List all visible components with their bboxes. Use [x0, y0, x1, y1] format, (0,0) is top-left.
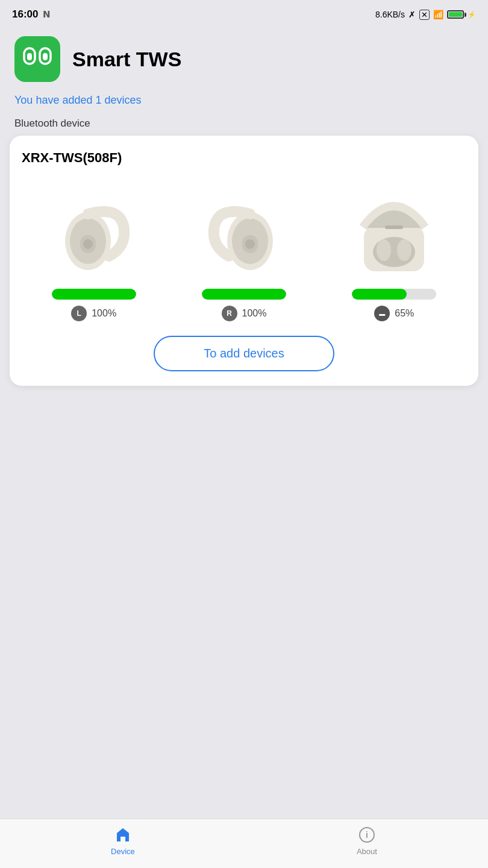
- tab-device[interactable]: Device: [111, 825, 135, 856]
- content-spacer: [0, 386, 488, 819]
- case-badge: ▬: [374, 306, 390, 321]
- tab-about-label: About: [357, 847, 377, 856]
- svg-rect-16: [385, 225, 403, 229]
- svg-point-15: [397, 239, 411, 261]
- svg-point-7: [83, 239, 93, 249]
- bluetooth-icon: ✗: [408, 10, 416, 19]
- right-earbud-label: R 100%: [222, 306, 267, 321]
- status-bar: 16:00 𝗡 8.6KB/s ✗ ✕ 📶 ⚡: [0, 0, 488, 27]
- svg-point-11: [245, 239, 255, 249]
- about-tab-icon: i: [357, 825, 377, 844]
- case-image: [343, 178, 445, 280]
- right-earbud-image: [193, 178, 295, 280]
- svg-rect-2: [27, 53, 32, 60]
- case-item: ▬ 65%: [322, 178, 466, 321]
- left-earbud-label: L 100%: [71, 306, 116, 321]
- case-label: ▬ 65%: [374, 306, 414, 321]
- app-logo-icon: [22, 43, 53, 75]
- case-battery-bar-fill: [352, 289, 407, 300]
- right-earbud-item: R 100%: [172, 178, 316, 321]
- left-battery-bar-fill: [52, 289, 136, 300]
- app-icon: [14, 36, 60, 82]
- device-count-text: You have added 1 devices: [0, 89, 488, 114]
- case-battery-bar-container: [352, 289, 436, 300]
- svg-rect-3: [43, 53, 48, 60]
- right-earbud-svg: [199, 181, 289, 277]
- tab-bar: Device i About: [0, 819, 488, 868]
- left-battery-bar-container: [52, 289, 136, 300]
- left-earbud-image: [43, 178, 145, 280]
- right-battery-bar-fill: [202, 289, 286, 300]
- device-card: XRX-TWS(508F) L 100: [10, 136, 478, 386]
- status-left: 16:00 𝗡: [12, 8, 51, 20]
- tab-about[interactable]: i About: [357, 825, 377, 856]
- left-earbud-item: L 100%: [22, 178, 166, 321]
- right-battery-bar-container: [202, 289, 286, 300]
- earbuds-row: L 100% R: [22, 178, 466, 321]
- left-earbud-svg: [49, 181, 139, 277]
- svg-point-14: [377, 239, 391, 261]
- close-icon: ✕: [419, 10, 430, 20]
- tab-device-label: Device: [111, 847, 135, 856]
- add-devices-button[interactable]: To add devices: [154, 336, 334, 371]
- left-badge: L: [71, 306, 87, 321]
- speed-indicator: 8.6KB/s: [375, 10, 405, 19]
- case-svg: [349, 181, 439, 277]
- right-badge: R: [222, 306, 237, 321]
- svg-text:i: i: [366, 830, 368, 840]
- app-title: Smart TWS: [72, 48, 181, 71]
- status-right: 8.6KB/s ✗ ✕ 📶 ⚡: [375, 10, 476, 20]
- battery-icon: ⚡: [447, 10, 476, 19]
- app-header: Smart TWS: [0, 27, 488, 89]
- case-percent: 65%: [395, 308, 414, 319]
- time-display: 16:00: [12, 8, 38, 20]
- network-indicator: 𝗡: [43, 9, 51, 20]
- right-percent: 100%: [242, 308, 267, 319]
- device-tab-icon: [113, 825, 133, 844]
- device-name: XRX-TWS(508F): [22, 150, 466, 166]
- wifi-icon: 📶: [433, 10, 443, 19]
- section-label: Bluetooth device: [0, 114, 488, 136]
- left-percent: 100%: [92, 308, 116, 319]
